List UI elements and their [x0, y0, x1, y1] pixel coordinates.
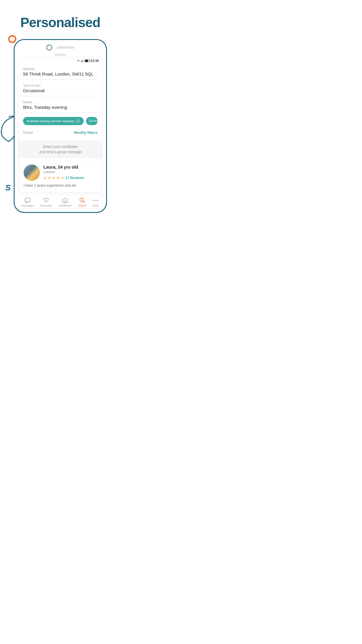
phone-top-bar: [18, 43, 103, 52]
star-4: ★: [57, 176, 60, 180]
battery-icon: [85, 60, 89, 62]
app-content: Address 58 Thrisk Road, London, SW11 5QL…: [18, 64, 102, 141]
header-section: Personalised: [0, 0, 121, 39]
svg-rect-3: [83, 59, 84, 62]
address-field: Address 58 Thrisk Road, London, SW11 5QL: [23, 67, 98, 80]
svg-rect-5: [64, 201, 66, 203]
needs-label: Needs: [23, 100, 98, 104]
dashboard-icon: [62, 197, 68, 204]
status-icons: [77, 59, 89, 62]
type-of-care-value: Occasional: [23, 88, 98, 93]
more-icon: [93, 197, 99, 204]
candidate-header: Laura, 24 yrs old London ★ ★ ★ ★ ★ 17 Re…: [24, 164, 97, 181]
status-bar: 12:30: [18, 57, 102, 64]
nav-label-dashboard: Dashboard: [59, 204, 71, 207]
reset-button[interactable]: Reset: [23, 130, 33, 135]
phone-screen: 12:30 Address 58 Thrisk Road, London, SW…: [18, 57, 103, 209]
filter-tag-summer[interactable]: Available during summer holidays ×: [23, 117, 84, 125]
svg-point-7: [93, 200, 94, 201]
reviews-count: 17 Reviews: [65, 176, 84, 180]
star-1: ★: [43, 176, 47, 180]
nav-item-dashboard[interactable]: Dashboard: [59, 197, 71, 207]
needs-value: 6hrs, Tuesday evening: [23, 105, 98, 110]
svg-rect-1: [82, 61, 82, 62]
nav-label-more: More: [93, 204, 99, 207]
svg-point-6: [80, 198, 83, 202]
svg-rect-0: [81, 61, 82, 62]
svg-point-8: [95, 200, 96, 201]
star-5: ★: [61, 176, 64, 180]
bottom-nav: Messages Favourites: [18, 195, 102, 208]
address-value: 58 Thrisk Road, London, SW11 5QL: [23, 71, 98, 76]
nav-item-search[interactable]: Search: [78, 197, 86, 207]
needs-field: Needs 6hrs, Tuesday evening: [23, 100, 98, 113]
type-of-care-label: Type of care: [23, 84, 98, 87]
phone-mockup: 12:30 Address 58 Thrisk Road, London, SW…: [14, 39, 107, 213]
modify-filters-button[interactable]: Modify filters: [74, 130, 98, 135]
favourites-icon: [43, 197, 49, 204]
page-wrapper: Personalised S: [0, 0, 121, 225]
candidate-location: London: [43, 170, 97, 174]
deco-s-letter: S: [5, 183, 11, 192]
filter-tag-summer-remove[interactable]: ×: [76, 119, 80, 123]
messages-icon: [24, 197, 31, 204]
nav-label-favourites: Favourites: [40, 204, 52, 207]
candidate-bio: I have 2 years experience and am: [24, 183, 97, 188]
stars-row: ★ ★ ★ ★ ★ 17 Reviews: [43, 176, 97, 180]
filter-tags-row: Available during summer holidays × Drivi…: [23, 117, 98, 125]
filter-tag-driving-label: Driving l: [89, 119, 98, 123]
svg-rect-2: [82, 60, 83, 62]
phone-camera: [46, 45, 52, 50]
type-of-care-field: Type of care Occasional: [23, 84, 98, 96]
group-message-line1: Select your candidates: [22, 144, 99, 149]
actions-row: Reset Modify filters: [23, 129, 98, 138]
svg-point-9: [98, 200, 99, 201]
star-2: ★: [48, 176, 51, 180]
candidate-card[interactable]: Laura, 24 yrs old London ★ ★ ★ ★ ★ 17 Re…: [20, 160, 101, 192]
candidate-avatar: [24, 164, 40, 181]
candidate-name: Laura, 24 yrs old: [43, 164, 97, 169]
signal-icon: [81, 59, 84, 62]
nav-item-messages[interactable]: Messages: [22, 197, 34, 207]
nav-label-search: Search: [78, 204, 86, 207]
page-title: Personalised: [6, 15, 115, 30]
star-3: ★: [52, 176, 55, 180]
group-message-banner: Select your candidates and send a group …: [18, 141, 102, 158]
avatar-image: [24, 164, 40, 181]
address-label: Address: [23, 67, 98, 71]
svg-rect-4: [25, 198, 30, 202]
nav-item-favourites[interactable]: Favourites: [40, 197, 52, 207]
nav-label-messages: Messages: [22, 204, 34, 207]
phone-speaker: [57, 46, 74, 49]
nav-item-more[interactable]: More: [93, 197, 99, 207]
filter-tag-summer-label: Available during summer holidays: [27, 119, 74, 123]
status-time: 12:30: [91, 59, 99, 62]
group-message-line2: and send a group message: [22, 149, 99, 155]
candidate-info: Laura, 24 yrs old London ★ ★ ★ ★ ★ 17 Re…: [43, 164, 97, 180]
wifi-icon: [77, 59, 80, 62]
phone-speaker-small: [55, 54, 66, 56]
search-icon: [79, 197, 85, 204]
filter-tag-driving[interactable]: Driving l: [86, 117, 98, 125]
